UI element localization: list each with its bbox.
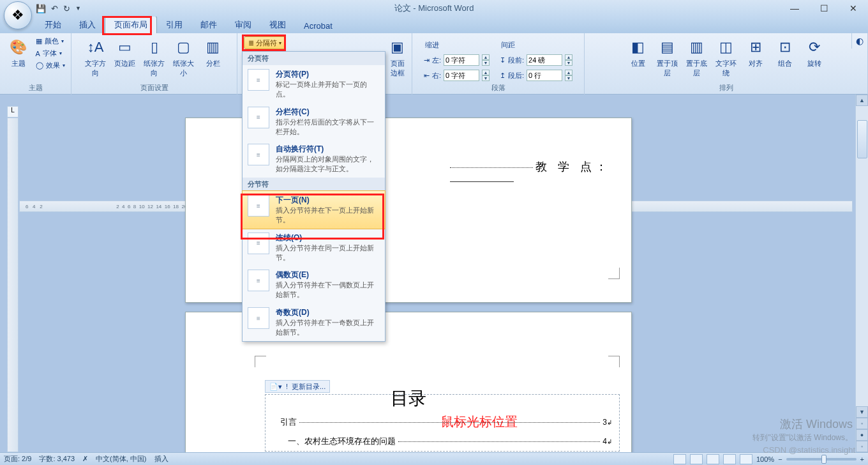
text-wrap-btn[interactable]: ◫文字环绕 bbox=[713, 36, 740, 79]
space-after-spinner[interactable]: ▲▼ bbox=[565, 70, 572, 81]
window-title: 论文 - Microsoft Word bbox=[394, 3, 474, 14]
columns-btn[interactable]: ▥分栏 bbox=[200, 36, 227, 70]
indent-right-input[interactable] bbox=[444, 70, 479, 81]
tab-mailings[interactable]: 邮件 bbox=[191, 17, 226, 33]
indent-right-row: ⇤右:▲▼ bbox=[424, 70, 490, 81]
size-label: 纸张大小 bbox=[172, 59, 196, 78]
browse-object-btn[interactable]: ● bbox=[856, 429, 868, 441]
indent-left-spinner[interactable]: ▲▼ bbox=[482, 54, 490, 66]
zoom-in-btn[interactable]: + bbox=[860, 455, 864, 463]
vertical-ruler[interactable] bbox=[7, 118, 19, 452]
prev-page-btn[interactable]: ◦ bbox=[856, 418, 868, 429]
minimize-button[interactable]: — bbox=[780, 0, 809, 17]
spacing-header: 间距 bbox=[500, 40, 572, 50]
indent-right-spinner[interactable]: ▲▼ bbox=[482, 70, 490, 81]
dd-item-desc: 插入分节符并在下一奇数页上开始新节。 bbox=[276, 318, 380, 337]
office-button[interactable]: ❖ bbox=[4, 1, 32, 29]
orientation-btn[interactable]: ▯纸张方向 bbox=[141, 36, 168, 79]
position-label: 位置 bbox=[631, 59, 645, 68]
close-button[interactable]: ✕ bbox=[839, 0, 868, 17]
group-page-border: ▣页面 边框 bbox=[383, 33, 412, 95]
outline-view-btn[interactable] bbox=[723, 454, 736, 464]
space-before-label: 段前: bbox=[508, 56, 524, 65]
tab-acrobat[interactable]: Acrobat bbox=[295, 19, 341, 33]
group-arrange-label: 排列 bbox=[588, 82, 864, 95]
help-button[interactable]: ◐ bbox=[851, 33, 867, 49]
scroll-up-btn[interactable]: ▲ bbox=[856, 95, 868, 106]
space-after-input[interactable] bbox=[527, 70, 562, 81]
dd-item-icon: ≡ bbox=[248, 232, 269, 254]
vertical-scrollbar[interactable]: ▲ ▼ ◦ ● ◦ bbox=[855, 95, 868, 452]
tab-review[interactable]: 审阅 bbox=[226, 17, 260, 33]
refresh-icon: ! bbox=[286, 383, 288, 390]
align-label: 对齐 bbox=[749, 59, 763, 68]
next-page-btn[interactable]: ◦ bbox=[856, 441, 868, 452]
tab-selector[interactable]: L bbox=[7, 106, 19, 118]
dd-item[interactable]: ≡偶数页(E)插入分节符并在下一偶数页上开始新节。 bbox=[243, 266, 385, 303]
spellcheck-icon[interactable]: ✗ bbox=[82, 455, 88, 463]
align-btn[interactable]: ⊞对齐 bbox=[742, 36, 769, 70]
group-label: 组合 bbox=[778, 59, 792, 68]
breaks-icon: ≣ bbox=[248, 39, 254, 47]
draft-view-btn[interactable] bbox=[740, 454, 752, 464]
theme-effects-btn[interactable]: ◯效果▾ bbox=[34, 60, 66, 71]
tab-view[interactable]: 视图 bbox=[260, 17, 295, 33]
size-btn[interactable]: ▢纸张大小 bbox=[170, 36, 197, 79]
tab-page-layout[interactable]: 页面布局 bbox=[105, 16, 157, 33]
space-before-input[interactable] bbox=[527, 54, 562, 66]
tab-home[interactable]: 开始 bbox=[36, 17, 70, 33]
tab-insert[interactable]: 插入 bbox=[70, 17, 105, 33]
maximize-button[interactable]: ☐ bbox=[809, 0, 839, 17]
status-mode[interactable]: 插入 bbox=[154, 454, 168, 464]
zoom-out-btn[interactable]: − bbox=[778, 455, 782, 463]
scroll-down-btn[interactable]: ▼ bbox=[856, 406, 868, 418]
status-lang[interactable]: 中文(简体, 中国) bbox=[96, 454, 146, 464]
theme-fonts-btn[interactable]: A字体▾ bbox=[34, 48, 66, 59]
tab-references[interactable]: 引用 bbox=[157, 17, 191, 33]
redo-icon[interactable]: ↻ bbox=[63, 4, 70, 13]
save-icon[interactable]: 💾 bbox=[36, 4, 46, 13]
group-theme: 🎨主题 ▦颜色▾ A字体▾ ◯效果▾ 主题 bbox=[0, 33, 71, 95]
space-after-icon: ↥ bbox=[500, 72, 505, 80]
status-words[interactable]: 字数: 3,473 bbox=[39, 454, 75, 464]
rotate-btn[interactable]: ⟳旋转 bbox=[801, 36, 828, 70]
group-page-setup-label: 页面设置 bbox=[75, 82, 233, 95]
undo-icon[interactable]: ↶ bbox=[51, 4, 58, 13]
space-after-label: 段后: bbox=[508, 71, 524, 80]
page-border-btn[interactable]: ▣页面 边框 bbox=[384, 36, 411, 79]
qat-dropdown-icon[interactable]: ▼ bbox=[75, 5, 81, 11]
zoom-slider[interactable] bbox=[786, 458, 857, 461]
themes-button[interactable]: 🎨主题 bbox=[5, 36, 32, 70]
dd-item[interactable]: ≡自动换行符(T)分隔网页上的对象周围的文字，如分隔题注文字与正文。 bbox=[243, 140, 385, 178]
dd-item-icon: ≡ bbox=[248, 144, 269, 165]
dd-item-icon: ≡ bbox=[248, 195, 269, 217]
status-page[interactable]: 页面: 2/9 bbox=[4, 454, 31, 464]
space-before-spinner[interactable]: ▲▼ bbox=[565, 54, 572, 66]
fullscreen-view-btn[interactable] bbox=[690, 454, 703, 464]
align-icon: ⊞ bbox=[745, 37, 766, 57]
position-btn[interactable]: ◧位置 bbox=[625, 36, 652, 70]
zoom-level[interactable]: 100% bbox=[756, 455, 774, 463]
dd-item[interactable]: ≡分栏符(C)指示分栏符后面的文字将从下一栏开始。 bbox=[243, 103, 385, 141]
toc-smart-tag[interactable]: 📄▾!更新目录... bbox=[265, 380, 330, 393]
send-back-btn[interactable]: ▥置于底层 bbox=[684, 36, 710, 79]
margins-btn[interactable]: ▭页边距 bbox=[112, 36, 138, 70]
send-back-label: 置于底层 bbox=[685, 59, 709, 78]
group-btn[interactable]: ⊡组合 bbox=[772, 36, 798, 70]
bring-front-btn[interactable]: ▤置于顶层 bbox=[654, 36, 681, 79]
scroll-thumb[interactable] bbox=[857, 120, 867, 158]
web-view-btn[interactable] bbox=[707, 454, 719, 464]
crop-mark bbox=[255, 356, 266, 367]
zoom-thumb[interactable] bbox=[821, 455, 827, 464]
theme-colors-btn[interactable]: ▦颜色▾ bbox=[34, 36, 66, 47]
themes-label: 主题 bbox=[11, 59, 26, 68]
dd-item[interactable]: ≡奇数页(D)插入分节符并在下一奇数页上开始新节。 bbox=[243, 303, 385, 341]
indent-left-input[interactable] bbox=[444, 54, 479, 66]
bring-front-icon: ▤ bbox=[657, 37, 678, 57]
dd-item[interactable]: ≡下一页(N)插入分节符并在下一页上开始新节。 bbox=[242, 190, 385, 229]
print-layout-view-btn[interactable] bbox=[673, 454, 686, 464]
dd-item[interactable]: ≡分页符(P)标记一页终止并开始下一页的点。 bbox=[243, 65, 385, 103]
dd-item[interactable]: ≡连续(O)插入分节符并在同一页上开始新节。 bbox=[243, 229, 385, 266]
text-direction-btn[interactable]: ↕A文字方向 bbox=[82, 36, 109, 79]
breaks-button[interactable]: ≣分隔符▾ bbox=[244, 36, 286, 49]
